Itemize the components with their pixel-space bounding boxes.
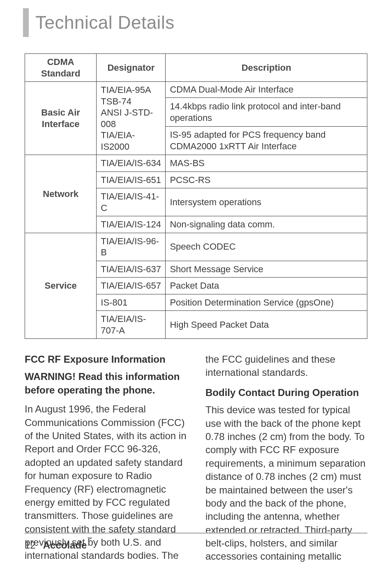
description-cell: MAS-BS xyxy=(166,155,367,172)
designator-line: TSB-74 xyxy=(101,96,161,107)
section-title: Technical Details xyxy=(35,12,175,33)
description-cell: Short Message Service xyxy=(166,261,367,278)
page-footer: 12 Accolade™ xyxy=(25,533,367,551)
group-service: Service xyxy=(25,233,97,339)
group-basic-air: Basic Air Interface xyxy=(25,82,97,155)
brand-text: Accolade xyxy=(43,540,87,551)
brand-name: Accolade™ xyxy=(43,540,92,551)
designator-cell: TIA/EIA/IS-634 xyxy=(97,155,166,172)
designator-cell: IS-801 xyxy=(97,294,166,311)
description-cell: Non-signaling data comm. xyxy=(166,216,367,233)
description-cell: PCSC-RS xyxy=(166,171,367,188)
section-accent-bar xyxy=(23,8,29,37)
warning-heading: WARNING! Read this information before op… xyxy=(25,370,187,397)
designator-cell: TIA/EIA/IS-96-B xyxy=(97,233,166,261)
desc-basic-3: IS-95 adapted for PCS frequency band CDM… xyxy=(166,126,367,155)
designator-cell: TIA/EIA/IS-707-A xyxy=(97,311,166,339)
trademark-symbol: ™ xyxy=(87,536,92,542)
description-cell: Position Determination Service (gpsOne) xyxy=(166,294,367,311)
page-number: 12 xyxy=(25,540,36,551)
description-cell: High Speed Packet Data xyxy=(166,311,367,339)
description-cell: Packet Data xyxy=(166,278,367,294)
designator-line: TIA/EIA-95A xyxy=(101,84,161,96)
designator-line: TIA/EIA-IS2000 xyxy=(101,130,161,152)
designator-cell: TIA/EIA/IS-637 xyxy=(97,261,166,278)
desc-basic-2: 14.4kbps radio link protocol and inter-b… xyxy=(166,98,367,126)
table-row: Network TIA/EIA/IS-634 MAS-BS xyxy=(25,155,367,172)
bodily-contact-heading: Bodily Contact During Operation xyxy=(205,386,367,399)
th-description: Description xyxy=(166,54,367,82)
designator-basic-air: TIA/EIA-95A TSB-74 ANSI J-STD-008 TIA/EI… xyxy=(97,82,166,155)
group-network: Network xyxy=(25,155,97,233)
description-cell: Speech CODEC xyxy=(166,233,367,261)
footer-line: 12 Accolade™ xyxy=(25,540,367,551)
designator-cell: TIA/EIA/IS-41-C xyxy=(97,188,166,216)
standards-table-container: CDMA Standard Designator Description Bas… xyxy=(25,53,367,339)
table-row: Basic Air Interface TIA/EIA-95A TSB-74 A… xyxy=(25,82,367,98)
designator-cell: TIA/EIA/IS-651 xyxy=(97,171,166,188)
fcc-heading: FCC RF Exposure Information xyxy=(25,353,187,366)
th-cdma-standard: CDMA Standard xyxy=(25,54,97,82)
description-cell: Intersystem operations xyxy=(166,188,367,216)
designator-cell: TIA/EIA/IS-124 xyxy=(97,216,166,233)
designator-cell: TIA/EIA/IS-657 xyxy=(97,278,166,294)
footer-rule xyxy=(25,533,367,534)
standards-table: CDMA Standard Designator Description Bas… xyxy=(25,53,367,339)
continuation-paragraph: the FCC guidelines and these internation… xyxy=(205,353,367,380)
desc-basic-1: CDMA Dual-Mode Air Interface xyxy=(166,82,367,98)
designator-line: ANSI J-STD-008 xyxy=(101,107,161,130)
th-designator: Designator xyxy=(97,54,166,82)
table-row: Service TIA/EIA/IS-96-B Speech CODEC xyxy=(25,233,367,261)
